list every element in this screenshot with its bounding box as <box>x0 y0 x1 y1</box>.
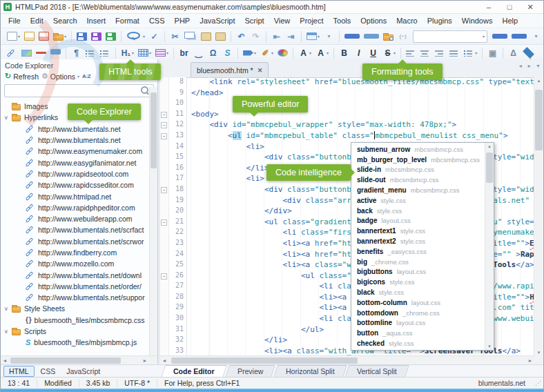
view-tab-vertical-split[interactable]: Vertical Split <box>345 365 410 378</box>
tree-item[interactable]: http://www.blumentals.net/scrfact <box>1 224 157 235</box>
copy-button[interactable] <box>183 30 198 43</box>
spellcheck-button[interactable]: ✓ <box>148 30 161 43</box>
editor-vertical-scrollbar[interactable]: ▲ ▼ <box>534 77 543 356</box>
tree-item[interactable]: http://www.mozello.com <box>1 258 157 269</box>
nbsp-button[interactable]: ‿ <box>192 46 205 59</box>
div-button[interactable]: ▣ <box>486 46 499 59</box>
clipboard-button[interactable] <box>214 30 227 43</box>
search-combobox[interactable]: ▾ <box>413 30 487 43</box>
style-brush-button[interactable]: ✐▾ <box>259 46 275 59</box>
align-center-button[interactable] <box>419 46 432 59</box>
menu-php[interactable]: PHP <box>170 15 195 26</box>
explorer-vertical-scrollbar[interactable] <box>149 87 157 356</box>
autocomplete-scrollbar[interactable]: ▲ ▼ <box>485 143 494 350</box>
line-break-button[interactable]: br <box>177 46 191 59</box>
menu-help[interactable]: Help <box>497 15 523 26</box>
autocomplete-item[interactable]: button_aqua.css <box>351 328 485 338</box>
scroll-down-icon[interactable]: ▼ <box>534 351 543 355</box>
chevron-expanded-icon[interactable]: ∨ <box>4 115 12 121</box>
tree-folder[interactable]: ∨Scripts <box>1 326 157 337</box>
autocomplete-item[interactable]: blackstyle.css <box>351 287 485 297</box>
tree-item[interactable]: http://www.htmlpad.net <box>1 190 157 202</box>
outdent-button[interactable]: ⇤ <box>270 30 283 43</box>
tree-item[interactable]: http://www.blumentals.net <box>1 135 157 146</box>
autocomplete-item[interactable]: submenu_arrowmbcsmbmcp.css <box>351 144 485 155</box>
save-button[interactable] <box>75 30 88 43</box>
cut-button[interactable]: ✂ <box>168 30 182 43</box>
insert-image-button[interactable] <box>20 46 33 59</box>
view-tab-preview[interactable]: Preview <box>225 365 275 378</box>
refresh-button[interactable]: ↻ Refresh <box>5 72 39 81</box>
tree-item[interactable]: http://www.rapidseotool.com <box>1 168 157 179</box>
menu-macro[interactable]: Macro <box>391 15 422 26</box>
special-char-button[interactable]: Ω <box>206 46 220 59</box>
tree-item[interactable]: http://www.blumentals.net/order/ <box>1 281 157 292</box>
tab-list-icon[interactable]: ▼ <box>536 63 541 68</box>
new-file-button[interactable]: ▾ <box>6 30 21 43</box>
menu-view[interactable]: View <box>269 15 295 26</box>
menu-windows[interactable]: Windows <box>457 15 498 26</box>
autocomplete-item[interactable]: backstyle.css <box>351 206 485 216</box>
find-replace-button[interactable] <box>362 30 380 43</box>
scroll-left-icon[interactable]: ◄ <box>1 358 9 363</box>
menu-file[interactable]: File <box>3 15 26 26</box>
paragraph-button[interactable]: ¶ <box>70 46 83 59</box>
autocomplete-item[interactable]: badgelayout.css <box>351 216 485 226</box>
tab-scroll-right-icon[interactable]: ► <box>527 63 532 68</box>
explorer-search-input[interactable] <box>4 84 154 97</box>
explorer-horizontal-scrollbar[interactable]: ◄ ► <box>1 355 157 365</box>
find-next-button[interactable] <box>491 30 509 43</box>
fold-collapse-icon[interactable]: − <box>161 273 167 280</box>
view-tab-horizontal-split[interactable]: Horizontal Split <box>273 365 347 378</box>
autocomplete-item[interactable]: slide-outmbcsmbmcp.css <box>351 175 485 185</box>
font-button[interactable]: A▾ <box>297 46 313 59</box>
tree-item[interactable]: http://www.blumentals.net/suppor <box>1 292 157 303</box>
resize-grip[interactable]: ⋰ <box>535 380 543 386</box>
tree-folder[interactable]: ∨Style Sheets <box>1 303 157 314</box>
paste-button[interactable] <box>200 30 213 43</box>
open-in-editor-button[interactable] <box>23 30 36 43</box>
maximize-button[interactable]: □ <box>499 1 520 13</box>
italic-button[interactable]: I <box>352 46 365 59</box>
autocomplete-item[interactable]: gradient_menumbcsmbmcp.css <box>351 185 485 195</box>
tree-item[interactable]: { }bluesmooth_files/mbcsmbmcp.css <box>1 315 157 326</box>
bold-button[interactable]: B <box>338 46 351 59</box>
tree-item[interactable]: http://www.blumentals.net <box>1 124 157 135</box>
menu-options[interactable]: Options <box>356 15 391 26</box>
autocomplete-item[interactable]: big_chrome.css <box>351 257 485 267</box>
tab-scroll-left-icon[interactable]: ◄ <box>518 63 523 68</box>
tree-item[interactable]: Sbluesmooth_files/mbjsmbmcp.js <box>1 337 157 348</box>
find-previous-button[interactable] <box>510 30 528 43</box>
insert-comment-button[interactable] <box>49 46 62 59</box>
save-all-button[interactable] <box>104 30 117 43</box>
sort-az-button[interactable]: A↓Z <box>82 73 90 79</box>
undo-button[interactable]: ↶ <box>235 30 248 43</box>
fold-collapse-icon[interactable]: − <box>161 187 167 193</box>
numbered-list-button[interactable] <box>99 46 112 59</box>
align-right-button[interactable] <box>434 46 447 59</box>
menu-javascript[interactable]: JavaScript <box>195 15 240 26</box>
filetype-tab-css[interactable]: CSS <box>36 366 61 376</box>
tree-item[interactable]: http://www.rapidcsseditor.com <box>1 179 157 190</box>
open-html-button[interactable] <box>37 30 50 43</box>
autocomplete-item[interactable]: bottomdown_chrome.css <box>351 308 485 318</box>
browser-preview-button[interactable]: ▾ <box>305 30 321 43</box>
autocomplete-item[interactable]: checkedstyle.css <box>351 338 485 349</box>
tab-close-icon[interactable]: ✕ <box>258 67 263 74</box>
scroll-up-icon[interactable]: ▲ <box>485 144 494 148</box>
autocomplete-item[interactable]: bannertext2style.css <box>351 236 485 246</box>
list-style-button[interactable]: ▾ <box>463 46 478 59</box>
minimize-button[interactable]: – <box>478 1 499 13</box>
autocomplete-item[interactable]: slide-inmbcsmbmcp.css <box>351 165 485 175</box>
menu-insert[interactable]: Insert <box>82 15 111 26</box>
autocomplete-item[interactable]: benefits_easycss.css <box>351 246 485 257</box>
insert-hr-button[interactable] <box>35 46 48 59</box>
tree-item[interactable]: http://www.findberry.com <box>1 247 157 258</box>
strike-button[interactable]: S▾ <box>381 46 397 59</box>
save-as-button[interactable] <box>90 30 103 43</box>
autocomplete-item[interactable]: bottomlinelayout.css <box>351 318 485 329</box>
code-fold-button[interactable]: (−) <box>396 30 409 43</box>
autocomplete-item[interactable]: activestyle.css <box>351 195 485 206</box>
toolbar-overflow-2[interactable]: ▾ <box>538 46 544 59</box>
scroll-right-icon[interactable]: ► <box>141 358 149 363</box>
